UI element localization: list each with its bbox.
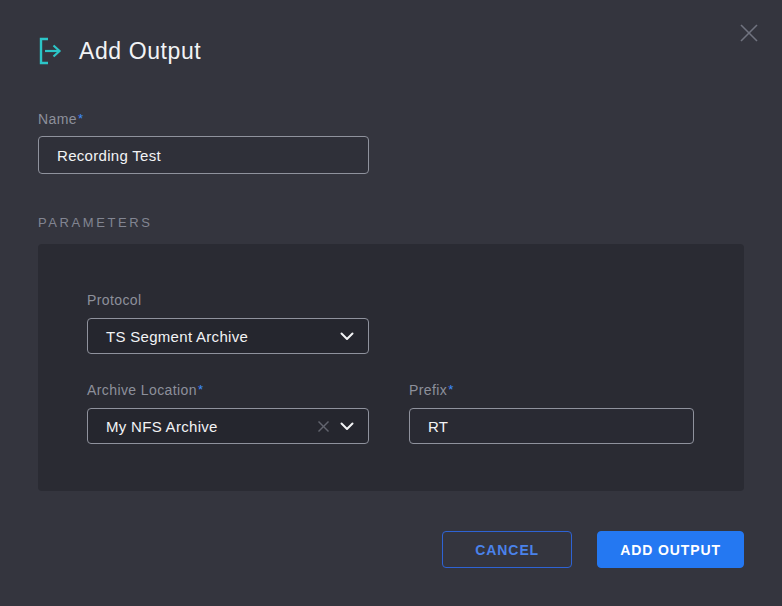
parameters-section-heading: PARAMETERS (38, 215, 744, 230)
protocol-select[interactable]: TS Segment Archive (87, 318, 369, 354)
output-icon (38, 36, 64, 66)
prefix-label: Prefix* (409, 382, 694, 398)
dialog-footer: CANCEL ADD OUTPUT (442, 531, 744, 568)
add-output-dialog: Add Output Name* PARAMETERS Protocol TS … (0, 0, 782, 606)
name-input[interactable] (38, 136, 369, 174)
required-marker: * (448, 382, 453, 397)
protocol-field: Protocol TS Segment Archive (87, 292, 695, 354)
dialog-title: Add Output (79, 38, 201, 65)
archive-location-selected-value: My NFS Archive (106, 418, 317, 435)
name-label: Name* (38, 111, 744, 127)
add-output-button[interactable]: ADD OUTPUT (597, 531, 744, 568)
chevron-down-icon (340, 422, 354, 431)
parameters-panel: Protocol TS Segment Archive Archive Loca… (38, 244, 744, 491)
dialog-header: Add Output (38, 0, 744, 66)
required-marker: * (78, 111, 83, 126)
protocol-selected-value: TS Segment Archive (106, 328, 340, 345)
chevron-down-icon (340, 332, 354, 341)
archive-location-label: Archive Location* (87, 382, 369, 398)
close-icon (738, 22, 760, 47)
cancel-button[interactable]: CANCEL (442, 531, 572, 568)
archive-location-field: Archive Location* My NFS Archive (87, 382, 369, 444)
prefix-input[interactable] (409, 408, 694, 444)
required-marker: * (198, 382, 203, 397)
protocol-label: Protocol (87, 292, 695, 308)
clear-selection-icon[interactable] (317, 420, 330, 433)
prefix-field: Prefix* (409, 382, 694, 444)
archive-location-select[interactable]: My NFS Archive (87, 408, 369, 444)
close-button[interactable] (736, 21, 762, 47)
